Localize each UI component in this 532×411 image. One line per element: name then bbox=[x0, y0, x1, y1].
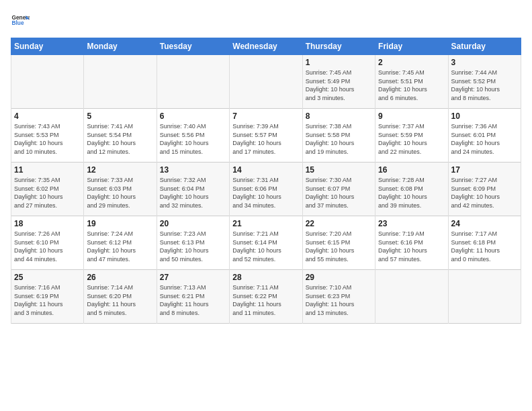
calendar-cell: 6Sunrise: 7:40 AM Sunset: 5:56 PM Daylig… bbox=[157, 109, 229, 163]
day-number: 6 bbox=[160, 111, 226, 121]
day-info: Sunrise: 7:19 AM Sunset: 6:16 PM Dayligh… bbox=[378, 230, 445, 263]
day-info: Sunrise: 7:30 AM Sunset: 6:07 PM Dayligh… bbox=[306, 176, 372, 210]
day-number: 13 bbox=[160, 165, 226, 175]
day-number: 25 bbox=[14, 273, 81, 282]
day-number: 21 bbox=[232, 219, 299, 228]
day-info: Sunrise: 7:39 AM Sunset: 5:57 PM Dayligh… bbox=[232, 122, 299, 156]
day-number: 16 bbox=[378, 165, 445, 175]
day-number: 9 bbox=[378, 111, 445, 121]
day-number: 24 bbox=[451, 219, 518, 228]
weekday-header: Wednesday bbox=[230, 38, 302, 55]
day-number: 26 bbox=[87, 273, 153, 282]
day-number: 15 bbox=[306, 165, 372, 175]
day-number: 17 bbox=[451, 165, 518, 175]
weekday-header: Tuesday bbox=[157, 38, 229, 55]
day-info: Sunrise: 7:23 AM Sunset: 6:13 PM Dayligh… bbox=[160, 230, 226, 263]
calendar-body: 1Sunrise: 7:45 AM Sunset: 5:49 PM Daylig… bbox=[11, 55, 521, 324]
calendar-cell: 18Sunrise: 7:26 AM Sunset: 6:10 PM Dayli… bbox=[11, 216, 84, 270]
day-number: 22 bbox=[306, 219, 372, 228]
calendar-cell: 4Sunrise: 7:43 AM Sunset: 5:53 PM Daylig… bbox=[11, 109, 84, 163]
calendar-cell: 5Sunrise: 7:41 AM Sunset: 5:54 PM Daylig… bbox=[84, 109, 157, 163]
day-info: Sunrise: 7:38 AM Sunset: 5:58 PM Dayligh… bbox=[306, 122, 372, 156]
calendar-cell: 20Sunrise: 7:23 AM Sunset: 6:13 PM Dayli… bbox=[157, 216, 229, 270]
calendar-week-row: 1Sunrise: 7:45 AM Sunset: 5:49 PM Daylig… bbox=[11, 55, 521, 109]
day-info: Sunrise: 7:28 AM Sunset: 6:08 PM Dayligh… bbox=[378, 176, 445, 210]
day-info: Sunrise: 7:17 AM Sunset: 6:18 PM Dayligh… bbox=[451, 230, 518, 263]
calendar-cell bbox=[11, 55, 84, 109]
weekday-header: Sunday bbox=[11, 38, 84, 55]
day-number: 11 bbox=[14, 165, 81, 175]
day-number: 2 bbox=[378, 58, 445, 67]
calendar-cell: 13Sunrise: 7:32 AM Sunset: 6:04 PM Dayli… bbox=[157, 163, 229, 216]
day-info: Sunrise: 7:11 AM Sunset: 6:22 PM Dayligh… bbox=[232, 283, 299, 317]
day-info: Sunrise: 7:45 AM Sunset: 5:51 PM Dayligh… bbox=[378, 68, 445, 102]
calendar-cell: 29Sunrise: 7:10 AM Sunset: 6:23 PM Dayli… bbox=[302, 270, 375, 324]
weekday-header: Thursday bbox=[302, 38, 375, 55]
day-info: Sunrise: 7:41 AM Sunset: 5:54 PM Dayligh… bbox=[87, 122, 153, 156]
day-number: 19 bbox=[87, 219, 153, 228]
day-info: Sunrise: 7:26 AM Sunset: 6:10 PM Dayligh… bbox=[14, 230, 81, 263]
calendar-cell: 2Sunrise: 7:45 AM Sunset: 5:51 PM Daylig… bbox=[375, 55, 448, 109]
calendar-week-row: 4Sunrise: 7:43 AM Sunset: 5:53 PM Daylig… bbox=[11, 109, 521, 163]
weekday-header: Friday bbox=[375, 38, 448, 55]
calendar-cell: 19Sunrise: 7:24 AM Sunset: 6:12 PM Dayli… bbox=[84, 216, 157, 270]
day-info: Sunrise: 7:14 AM Sunset: 6:20 PM Dayligh… bbox=[87, 283, 153, 317]
calendar-cell: 27Sunrise: 7:13 AM Sunset: 6:21 PM Dayli… bbox=[157, 270, 229, 324]
calendar-header: SundayMondayTuesdayWednesdayThursdayFrid… bbox=[11, 38, 521, 55]
day-info: Sunrise: 7:45 AM Sunset: 5:49 PM Dayligh… bbox=[306, 68, 372, 102]
logo: General Blue bbox=[11, 11, 30, 30]
day-number: 3 bbox=[451, 58, 518, 67]
calendar-cell: 24Sunrise: 7:17 AM Sunset: 6:18 PM Dayli… bbox=[448, 216, 521, 270]
calendar-cell: 9Sunrise: 7:37 AM Sunset: 5:59 PM Daylig… bbox=[375, 109, 448, 163]
day-info: Sunrise: 7:10 AM Sunset: 6:23 PM Dayligh… bbox=[306, 283, 372, 317]
day-info: Sunrise: 7:31 AM Sunset: 6:06 PM Dayligh… bbox=[232, 176, 299, 210]
calendar-cell: 25Sunrise: 7:16 AM Sunset: 6:19 PM Dayli… bbox=[11, 270, 84, 324]
weekday-header: Saturday bbox=[448, 38, 521, 55]
day-number: 1 bbox=[306, 58, 372, 67]
calendar-cell: 1Sunrise: 7:45 AM Sunset: 5:49 PM Daylig… bbox=[302, 55, 375, 109]
day-number: 8 bbox=[306, 111, 372, 121]
day-number: 20 bbox=[160, 219, 226, 228]
day-number: 4 bbox=[14, 111, 81, 121]
day-number: 5 bbox=[87, 111, 153, 121]
logo-icon: General Blue bbox=[11, 11, 30, 30]
weekday-header: Monday bbox=[84, 38, 157, 55]
calendar-cell: 7Sunrise: 7:39 AM Sunset: 5:57 PM Daylig… bbox=[230, 109, 302, 163]
svg-text:Blue: Blue bbox=[11, 19, 24, 26]
calendar-cell: 22Sunrise: 7:20 AM Sunset: 6:15 PM Dayli… bbox=[302, 216, 375, 270]
calendar-cell: 26Sunrise: 7:14 AM Sunset: 6:20 PM Dayli… bbox=[84, 270, 157, 324]
calendar-cell: 28Sunrise: 7:11 AM Sunset: 6:22 PM Dayli… bbox=[230, 270, 302, 324]
calendar-table: SundayMondayTuesdayWednesdayThursdayFrid… bbox=[11, 38, 521, 324]
day-info: Sunrise: 7:33 AM Sunset: 6:03 PM Dayligh… bbox=[87, 176, 153, 210]
calendar-cell: 11Sunrise: 7:35 AM Sunset: 6:02 PM Dayli… bbox=[11, 163, 84, 216]
day-number: 12 bbox=[87, 165, 153, 175]
calendar-cell bbox=[448, 270, 521, 324]
day-number: 23 bbox=[378, 219, 445, 228]
day-number: 14 bbox=[232, 165, 299, 175]
calendar-cell: 12Sunrise: 7:33 AM Sunset: 6:03 PM Dayli… bbox=[84, 163, 157, 216]
day-info: Sunrise: 7:37 AM Sunset: 5:59 PM Dayligh… bbox=[378, 122, 445, 156]
calendar-week-row: 11Sunrise: 7:35 AM Sunset: 6:02 PM Dayli… bbox=[11, 163, 521, 216]
day-info: Sunrise: 7:36 AM Sunset: 6:01 PM Dayligh… bbox=[451, 122, 518, 156]
day-info: Sunrise: 7:13 AM Sunset: 6:21 PM Dayligh… bbox=[160, 283, 226, 317]
calendar-cell: 16Sunrise: 7:28 AM Sunset: 6:08 PM Dayli… bbox=[375, 163, 448, 216]
day-number: 7 bbox=[232, 111, 299, 121]
day-number: 28 bbox=[232, 273, 299, 282]
calendar-cell: 3Sunrise: 7:44 AM Sunset: 5:52 PM Daylig… bbox=[448, 55, 521, 109]
page-header: General Blue bbox=[11, 11, 521, 30]
day-number: 10 bbox=[451, 111, 518, 121]
day-info: Sunrise: 7:21 AM Sunset: 6:14 PM Dayligh… bbox=[232, 230, 299, 263]
day-number: 27 bbox=[160, 273, 226, 282]
day-info: Sunrise: 7:32 AM Sunset: 6:04 PM Dayligh… bbox=[160, 176, 226, 210]
day-info: Sunrise: 7:20 AM Sunset: 6:15 PM Dayligh… bbox=[306, 230, 372, 263]
day-number: 29 bbox=[306, 273, 372, 282]
calendar-cell: 15Sunrise: 7:30 AM Sunset: 6:07 PM Dayli… bbox=[302, 163, 375, 216]
calendar-cell: 10Sunrise: 7:36 AM Sunset: 6:01 PM Dayli… bbox=[448, 109, 521, 163]
day-info: Sunrise: 7:16 AM Sunset: 6:19 PM Dayligh… bbox=[14, 283, 81, 317]
calendar-cell bbox=[230, 55, 302, 109]
calendar-cell bbox=[375, 270, 448, 324]
day-info: Sunrise: 7:44 AM Sunset: 5:52 PM Dayligh… bbox=[451, 68, 518, 102]
calendar-cell bbox=[157, 55, 229, 109]
calendar-cell bbox=[84, 55, 157, 109]
calendar-week-row: 25Sunrise: 7:16 AM Sunset: 6:19 PM Dayli… bbox=[11, 270, 521, 324]
